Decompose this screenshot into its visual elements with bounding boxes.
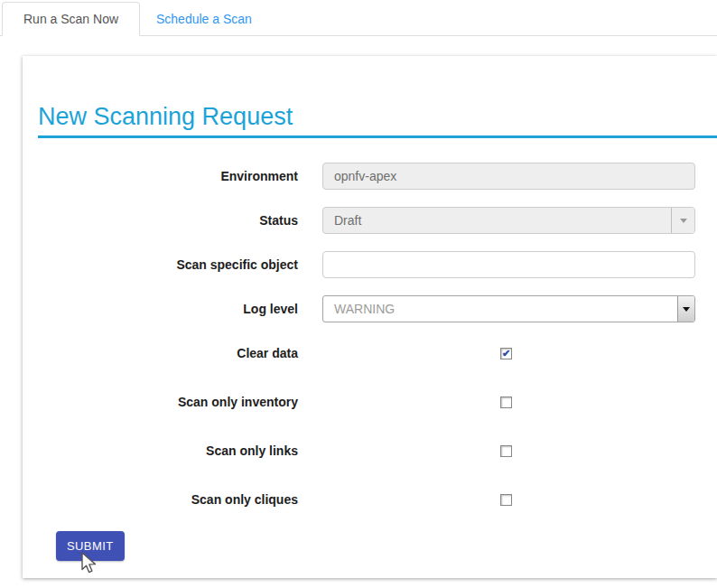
status-select-arrow-button <box>671 208 694 233</box>
chevron-down-icon <box>683 307 690 312</box>
scan-only-inventory-checkbox[interactable] <box>500 397 512 408</box>
tab-schedule-a-scan[interactable]: Schedule a Scan <box>143 2 265 35</box>
status-select: Draft <box>322 207 695 234</box>
new-scanning-request-form: Environment Status Draft <box>38 163 717 561</box>
log-level-select-value: WARNING <box>323 302 677 316</box>
page-title: New Scanning Request <box>38 103 717 130</box>
title-underline <box>38 135 717 138</box>
log-level-row: Log level WARNING <box>38 295 717 322</box>
tab-run-a-scan-now[interactable]: Run a Scan Now <box>2 2 140 36</box>
environment-field <box>322 163 695 190</box>
scan-only-cliques-checkbox[interactable] <box>500 494 512 506</box>
tab-run-a-scan-now-label: Run a Scan Now <box>23 12 118 26</box>
scan-specific-object-row: Scan specific object <box>38 251 717 278</box>
scan-only-inventory-row: Scan only inventory <box>38 388 717 415</box>
submit-button[interactable]: SUBMIT <box>56 531 125 561</box>
scan-specific-object-label: Scan specific object <box>38 257 298 272</box>
scan-only-links-checkbox[interactable] <box>500 445 512 457</box>
chevron-down-icon <box>680 219 687 223</box>
status-label: Status <box>38 213 298 228</box>
scan-only-cliques-label: Scan only cliques <box>38 492 298 507</box>
environment-label: Environment <box>38 169 298 183</box>
environment-row: Environment <box>38 163 717 190</box>
log-level-select[interactable]: WARNING <box>322 295 695 322</box>
tab-bar: Run a Scan Now Schedule a Scan <box>0 2 717 36</box>
scanning-request-panel: New Scanning Request Environment Status … <box>23 56 717 578</box>
scan-only-links-row: Scan only links <box>38 437 717 464</box>
log-level-label: Log level <box>38 302 298 316</box>
tab-schedule-a-scan-label: Schedule a Scan <box>156 12 252 26</box>
clear-data-label: Clear data <box>38 346 298 360</box>
submit-row: SUBMIT <box>56 531 717 561</box>
status-select-value: Draft <box>323 213 671 228</box>
clear-data-row: Clear data <box>38 340 717 367</box>
scan-only-cliques-row: Scan only cliques <box>38 486 717 513</box>
scan-only-inventory-label: Scan only inventory <box>38 395 298 409</box>
scan-specific-object-field[interactable] <box>322 251 695 278</box>
scan-only-links-label: Scan only links <box>38 443 298 458</box>
status-row: Status Draft <box>38 207 717 234</box>
clear-data-checkbox[interactable] <box>500 348 512 359</box>
log-level-select-arrow-button[interactable] <box>677 296 694 322</box>
